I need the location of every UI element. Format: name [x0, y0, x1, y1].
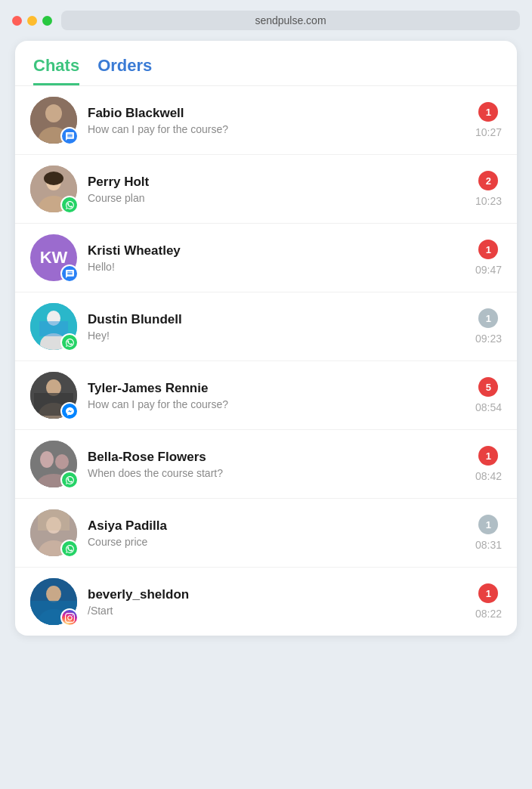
chat-info: Bella-Rose Flowers When does the course … — [88, 450, 466, 479]
chat-time: 08:54 — [475, 401, 502, 413]
chat-item-tyler[interactable]: Tyler-James Rennie How can I pay for the… — [15, 361, 517, 430]
avatar-wrap — [30, 372, 77, 419]
chat-info: Perry Holt Course plan — [88, 175, 466, 204]
avatar-wrap — [30, 303, 77, 350]
chat-time: 08:31 — [475, 539, 502, 551]
avatar-wrap — [30, 578, 77, 625]
chat-item-kristi[interactable]: KW Kristi Wheatley Hello! 1 09:47 — [15, 224, 517, 292]
unread-badge: 1 — [478, 240, 498, 259]
chat-info: Fabio Blackwell How can I pay for the co… — [88, 106, 466, 135]
platform-badge-whatsapp — [60, 196, 79, 214]
svg-rect-22 — [38, 509, 70, 531]
avatar-wrap — [30, 509, 77, 556]
svg-rect-6 — [44, 172, 63, 185]
chat-name: Kristi Wheatley — [88, 243, 466, 258]
chat-info: Dustin Blundell Hey! — [88, 312, 466, 342]
chat-meta: 5 08:54 — [475, 377, 502, 413]
chat-item-beverly[interactable]: beverly_sheldon /Start 1 08:22 — [15, 568, 517, 636]
chat-name: Fabio Blackwell — [88, 106, 466, 121]
svg-point-17 — [55, 454, 69, 469]
main-card: Chats Orders — [15, 41, 517, 636]
fullscreen-button[interactable] — [42, 16, 52, 26]
chat-name: Tyler-James Rennie — [88, 381, 466, 396]
platform-badge-messenger — [60, 402, 79, 420]
unread-badge: 1 — [478, 583, 498, 603]
chat-time: 10:23 — [475, 195, 502, 207]
chat-item-bella[interactable]: Bella-Rose Flowers When does the course … — [15, 430, 517, 499]
svg-rect-10 — [39, 321, 68, 336]
platform-badge-instagram — [60, 608, 79, 627]
minimize-button[interactable] — [27, 16, 37, 26]
chat-item-asiya[interactable]: Asiya Padilla Course price 1 08:31 — [15, 499, 517, 568]
avatar-wrap: KW — [30, 234, 77, 281]
avatar-wrap — [30, 441, 77, 487]
chat-item-dustin[interactable]: Dustin Blundell Hey! 1 09:23 — [15, 292, 517, 361]
chat-preview: When does the course start? — [88, 467, 466, 479]
platform-badge-chat — [60, 265, 79, 283]
chat-name: Asiya Padilla — [88, 518, 466, 534]
chat-preview: Hello! — [88, 261, 466, 273]
platform-badge-whatsapp — [60, 540, 79, 558]
avatar-wrap — [30, 166, 77, 212]
chat-time: 08:42 — [475, 470, 502, 482]
svg-point-24 — [46, 586, 61, 602]
unread-badge: 2 — [478, 171, 498, 190]
chat-info: Tyler-James Rennie How can I pay for the… — [88, 381, 466, 410]
chat-meta: 1 09:23 — [475, 308, 502, 345]
chat-meta: 1 09:47 — [475, 240, 502, 276]
chat-list: Fabio Blackwell How can I pay for the co… — [15, 86, 517, 636]
chat-meta: 2 10:23 — [475, 171, 502, 207]
platform-badge-whatsapp — [60, 471, 79, 489]
chat-preview: /Start — [88, 605, 466, 617]
chat-info: beverly_sheldon /Start — [88, 587, 466, 617]
address-bar[interactable]: sendpulse.com — [61, 11, 520, 30]
svg-point-16 — [40, 451, 54, 468]
close-button[interactable] — [12, 16, 22, 26]
browser-chrome: sendpulse.com — [0, 0, 532, 38]
unread-badge: 1 — [478, 446, 498, 466]
chat-item-fabio[interactable]: Fabio Blackwell How can I pay for the co… — [15, 86, 517, 155]
platform-badge-chat — [60, 127, 79, 145]
chat-meta: 1 08:22 — [475, 583, 502, 620]
chat-time: 09:47 — [475, 264, 502, 276]
chat-info: Kristi Wheatley Hello! — [88, 243, 466, 273]
chat-preview: How can I pay for the course? — [88, 123, 466, 135]
chat-name: beverly_sheldon — [88, 587, 466, 602]
svg-point-1 — [45, 104, 62, 122]
chat-meta: 1 10:27 — [475, 102, 502, 138]
unread-badge: 1 — [478, 308, 498, 328]
chat-time: 09:23 — [475, 333, 502, 345]
unread-badge: 1 — [478, 515, 498, 534]
chat-preview: Hey! — [88, 330, 466, 342]
avatar-wrap — [30, 97, 77, 144]
chat-meta: 1 08:31 — [475, 515, 502, 551]
chat-name: Dustin Blundell — [88, 312, 466, 327]
unread-badge: 5 — [478, 377, 498, 397]
unread-badge: 1 — [478, 102, 498, 122]
chat-preview: Course price — [88, 536, 466, 548]
platform-badge-whatsapp — [60, 333, 79, 351]
chat-preview: Course plan — [88, 192, 466, 204]
chat-item-perry[interactable]: Perry Holt Course plan 2 10:23 — [15, 155, 517, 224]
tab-chats[interactable]: Chats — [33, 56, 79, 85]
chat-meta: 1 08:42 — [475, 446, 502, 482]
chat-info: Asiya Padilla Course price — [88, 518, 466, 548]
tab-orders[interactable]: Orders — [97, 56, 152, 85]
chat-name: Perry Holt — [88, 175, 466, 190]
tabs-bar: Chats Orders — [15, 41, 517, 86]
chat-time: 08:22 — [475, 608, 502, 620]
chat-name: Bella-Rose Flowers — [88, 450, 466, 465]
chat-time: 10:27 — [475, 126, 502, 138]
chat-preview: How can I pay for the course? — [88, 398, 466, 410]
traffic-lights — [12, 16, 52, 26]
